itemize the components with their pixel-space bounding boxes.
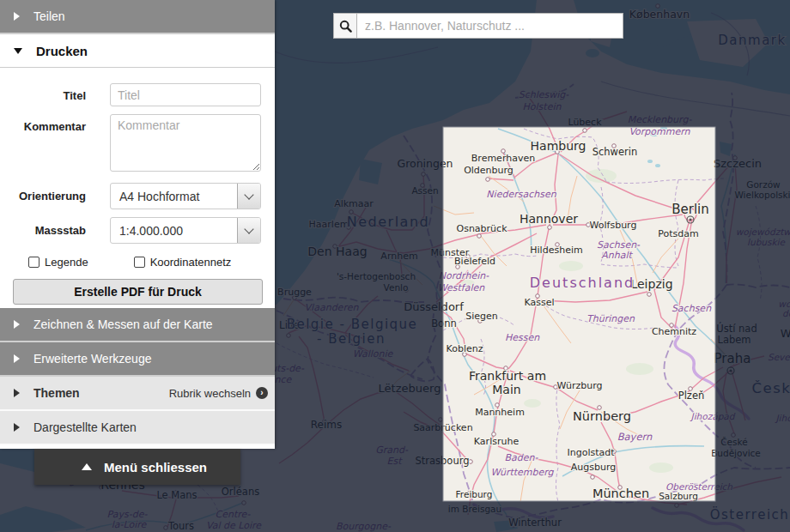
svg-text:Thüringen: Thüringen — [586, 313, 635, 324]
svg-text:Hessen: Hessen — [505, 332, 540, 343]
svg-text:Oberösterreich: Oberösterreich — [665, 481, 732, 492]
svg-text:Le Mans: Le Mans — [156, 489, 197, 501]
svg-text:Nürnberg: Nürnberg — [573, 409, 631, 423]
svg-text:Reims: Reims — [311, 419, 342, 431]
massstab-select-arrow[interactable] — [237, 218, 260, 243]
svg-text:Plzeň: Plzeň — [678, 390, 705, 402]
svg-text:Ingolstadt: Ingolstadt — [567, 447, 615, 458]
legende-checkbox[interactable] — [28, 257, 40, 268]
koordinatennetz-label: Koordinatennetz — [150, 256, 232, 269]
print-form: Titel Kommentar Orientierung A4 Hochform… — [0, 68, 275, 305]
accordion-teilen-label: Teilen — [33, 9, 65, 23]
arrow-right-circle-icon: › — [256, 387, 268, 399]
kommentar-label: Kommentar — [0, 114, 86, 175]
svg-text:Hildesheim: Hildesheim — [530, 245, 582, 256]
svg-text:Severozápad: Severozápad — [768, 352, 790, 363]
svg-text:Lübeck: Lübeck — [568, 117, 602, 128]
svg-text:Hamburg: Hamburg — [531, 139, 586, 153]
svg-text:Baden-: Baden- — [505, 452, 539, 463]
svg-text:København: København — [629, 8, 690, 21]
svg-text:Est: Est — [387, 456, 404, 467]
svg-text:Salzburg: Salzburg — [659, 491, 698, 501]
svg-text:Vlaanderen: Vlaanderen — [305, 302, 360, 313]
accordion-teilen[interactable]: Teilen — [0, 0, 275, 34]
create-pdf-button[interactable]: Erstelle PDF für Druck — [13, 279, 263, 305]
accordion-erweiterte-werkzeuge[interactable]: Erweiterte Werkzeuge — [0, 342, 275, 377]
accordion-dargestellte-karten[interactable]: Dargestellte Karten — [0, 411, 275, 445]
svg-text:Strasbourg: Strasbourg — [415, 455, 469, 467]
svg-text:Assen: Assen — [411, 185, 438, 196]
chevron-right-icon — [14, 12, 20, 21]
svg-text:Budějovice: Budějovice — [711, 448, 761, 458]
orientierung-select-arrow[interactable] — [237, 184, 260, 209]
svg-text:Centre-: Centre- — [216, 509, 252, 520]
kommentar-input[interactable] — [110, 114, 261, 172]
titel-label: Titel — [0, 83, 86, 106]
svg-text:Freiburg: Freiburg — [456, 489, 493, 499]
svg-text:Main: Main — [492, 383, 520, 396]
chevron-right-icon — [14, 389, 20, 397]
svg-text:Nederland: Nederland — [347, 214, 429, 230]
svg-text:la-Loire: la-Loire — [112, 519, 148, 530]
svg-text:Deutschland: Deutschland — [530, 275, 635, 291]
svg-text:Wrocław: Wrocław — [781, 327, 790, 340]
svg-text:Bremerhaven: Bremerhaven — [471, 153, 535, 164]
search-input[interactable] — [357, 13, 623, 39]
rubrik-wechseln-link[interactable]: Rubrik wechseln › — [169, 387, 268, 400]
koordinatennetz-checkbox[interactable] — [134, 257, 145, 268]
svg-text:Würzburg: Würzburg — [556, 380, 602, 391]
accordion-zeichnen-messen[interactable]: Zeichnen & Messen auf der Karte — [0, 308, 275, 342]
svg-text:Szczecin: Szczecin — [714, 157, 762, 170]
svg-text:Mecklenburg-: Mecklenburg- — [628, 114, 693, 125]
accordion-drucken-label: Drucken — [36, 44, 88, 58]
svg-text:Bonn: Bonn — [431, 317, 457, 329]
orientierung-value: A4 Hochformat — [111, 190, 237, 203]
chevron-right-icon — [14, 354, 20, 363]
massstab-value: 1:4.000.000 — [111, 224, 237, 238]
chevron-right-icon — [14, 320, 20, 329]
svg-text:Frankfurt am: Frankfurt am — [469, 369, 546, 383]
svg-text:Val de Loire: Val de Loire — [206, 520, 262, 531]
svg-text:Winterthur: Winterthur — [508, 517, 562, 529]
svg-text:Grand-: Grand- — [375, 444, 409, 456]
search-bar — [333, 13, 623, 39]
svg-text:Düsseldorf: Düsseldorf — [404, 300, 464, 313]
svg-text:Groningen: Groningen — [397, 157, 453, 170]
svg-text:Leipzig: Leipzig — [630, 277, 672, 291]
accordion-themen[interactable]: Themen Rubrik wechseln › — [0, 377, 275, 411]
svg-text:Česko: Česko — [752, 380, 790, 396]
accordion-zeichnen-label: Zeichnen & Messen auf der Karte — [33, 317, 213, 331]
svg-text:Bourgogne-: Bourgogne- — [336, 521, 392, 532]
svg-text:Österreich: Österreich — [710, 506, 790, 523]
legende-label: Legende — [45, 256, 88, 269]
search-button[interactable] — [333, 13, 357, 39]
accordion-dargestellte-label: Dargestellte Karten — [33, 420, 137, 434]
svg-text:Brugge: Brugge — [277, 287, 312, 298]
svg-text:Venlo: Venlo — [384, 282, 409, 293]
svg-text:Kassel: Kassel — [524, 297, 554, 308]
titel-input[interactable] — [110, 83, 261, 106]
svg-text:Bielefeld: Bielefeld — [454, 256, 495, 267]
svg-text:Holstein: Holstein — [523, 101, 562, 112]
checkbox-row: Legende Koordinatennetz — [28, 256, 261, 269]
accordion-drucken[interactable]: Drucken — [0, 34, 275, 68]
svg-text:Tours: Tours — [167, 520, 194, 532]
svg-text:Saarbrücken: Saarbrücken — [413, 422, 472, 433]
orientierung-select[interactable]: A4 Hochformat — [110, 183, 261, 209]
svg-text:Jihovýchod: Jihovýchod — [774, 413, 790, 424]
menu-close-button[interactable]: Menü schliessen — [34, 449, 240, 485]
svg-text:Koblenz: Koblenz — [447, 343, 483, 354]
massstab-select[interactable]: 1:4.000.000 — [110, 217, 261, 244]
chevron-right-icon — [14, 423, 20, 432]
sidebar-panel: Teilen Drucken Titel Kommentar Orientier… — [0, 0, 275, 449]
svg-text:Chemnitz: Chemnitz — [652, 326, 696, 337]
svg-text:Anhalt: Anhalt — [601, 250, 633, 261]
massstab-label: Massstab — [0, 217, 86, 244]
svg-text:Hannover: Hannover — [520, 212, 578, 226]
svg-text:České: České — [720, 437, 747, 447]
svg-text:Nordrhein-: Nordrhein- — [439, 270, 489, 281]
svg-text:Ústí nad: Ústí nad — [716, 322, 757, 335]
svg-text:Berlin: Berlin — [672, 202, 709, 217]
svg-text:doln.: doln. — [782, 308, 790, 318]
chevron-up-icon — [82, 463, 92, 470]
